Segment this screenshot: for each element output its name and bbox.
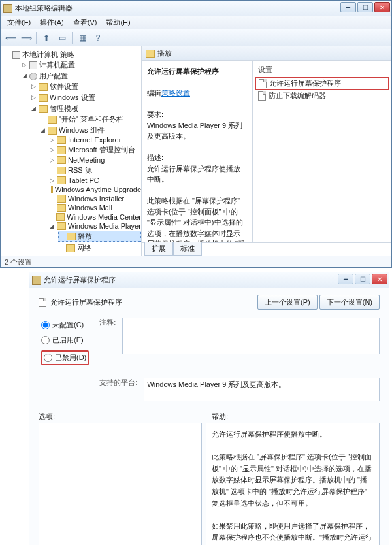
menu-help[interactable]: 帮助(H) [102,16,134,29]
window-title: 本地组策略编辑器 [15,3,73,13]
tree-playback[interactable]: 播放 [58,231,141,242]
tree-pane[interactable]: 本地计算机 策略 ▷计算机配置 ◢用户配置 ▷软件设置 ▷Windows 设置 … [1,46,142,256]
user-icon [29,73,37,80]
next-setting-button[interactable]: 下一个设置(N) [319,295,380,310]
minimize-button[interactable]: ━ [340,2,356,12]
tree-ie[interactable]: ▷Internet Explorer [49,136,141,144]
folder-icon [48,116,57,124]
detail-description: 允许运行屏幕保护程序 编辑策略设置 要求: Windows Media Play… [142,61,253,242]
computer-icon [29,61,37,69]
tab-standard[interactable]: 标准 [173,242,202,256]
platform-label: 支持的平台: [99,378,137,388]
computer-icon [12,51,20,59]
folder-icon [57,136,66,144]
policy-title: 允许运行屏幕保护程序 [147,67,219,75]
close-button[interactable]: ✕ [374,2,390,12]
policy-icon [258,91,266,101]
radio-disabled[interactable]: 已禁用(D) [44,353,86,363]
tree-user-config[interactable]: ◢用户配置 [22,71,141,81]
tree-media-player[interactable]: ◢Windows Media Player [49,222,141,230]
options-label: 选项: [39,412,55,421]
tree-tablet-pc[interactable]: ▷Tablet PC [49,176,141,184]
help-box[interactable]: 允许运行屏幕保护程序使播放中断。 此策略根据在 "屏幕保护程序" 选项卡(位于 … [206,423,380,545]
folder-icon [57,176,66,184]
folder-icon [57,204,66,212]
tree-rss[interactable]: RSS 源 [49,165,141,175]
menu-view[interactable]: 查看(V) [69,16,101,29]
tree-windows-mail[interactable]: Windows Mail [49,204,141,212]
detail-tabs: 扩展 标准 [142,242,391,256]
properties-icon[interactable]: ▭ [56,32,68,44]
right-pane: 播放 允许运行屏幕保护程序 编辑策略设置 要求: Windows Media P… [142,46,391,256]
policy-icon [39,298,46,307]
right-header-title: 播放 [157,48,172,58]
edit-policy-link[interactable]: 策略设置 [161,89,190,97]
tree-start-menu[interactable]: "开始" 菜单和任务栏 [40,114,141,124]
folder-icon [66,244,75,252]
comment-label: 注释: [99,318,116,354]
folder-icon [39,105,48,113]
tree-anytime-upgrade[interactable]: Windows Anytime Upgrade [49,186,141,193]
dialog-title: 允许运行屏幕保护程序 [44,275,116,285]
dialog-icon [32,276,41,285]
policy-dialog: 允许运行屏幕保护程序 ━ ☐ ✕ 允许运行屏幕保护程序 上一个设置(P) 下一个… [29,272,389,545]
tree-networking[interactable]: 网络 [58,243,141,253]
titlebar[interactable]: 本地组策略编辑器 ━ ☐ ✕ [1,1,391,16]
tree-root[interactable]: 本地计算机 策略 [12,50,141,59]
list-header[interactable]: 设置 [255,63,389,76]
folder-icon [57,146,66,154]
tree-media-center[interactable]: Windows Media Center [49,213,141,221]
menubar: 文件(F) 操作(A) 查看(V) 帮助(H) [1,16,391,29]
prev-setting-button[interactable]: 上一个设置(P) [257,295,318,310]
app-icon [3,4,12,13]
folder-icon [48,127,57,135]
comment-input[interactable] [122,318,380,354]
radio-enabled[interactable]: 已启用(E) [41,335,89,345]
list-item-codec[interactable]: 防止下载编解码器 [255,90,389,101]
tree-computer-config[interactable]: ▷计算机配置 [22,60,141,70]
folder-icon [57,222,66,230]
folder-icon [57,195,66,203]
policy-icon [259,79,267,88]
folder-icon [146,50,155,58]
tab-extended[interactable]: 扩展 [144,242,173,256]
status-bar: 2 个设置 [1,256,391,267]
folder-icon [39,83,48,91]
radio-not-configured[interactable]: 未配置(C) [41,320,89,330]
tree-windows-settings[interactable]: ▷Windows 设置 [31,93,141,103]
forward-icon[interactable]: ⟹ [20,32,32,44]
tree-mmc[interactable]: ▷Microsoft 管理控制台 [49,145,141,155]
tree-netmeeting[interactable]: ▷NetMeeting [49,156,141,164]
options-box [39,423,202,545]
dialog-minimize-button[interactable]: ━ [338,274,353,284]
folder-icon [56,213,65,221]
folder-icon [57,156,66,164]
tree-windows-installer[interactable]: Windows Installer [49,195,141,203]
toolbar: ⟸ ⟹ ⬆ ▭ ▦ ? [1,29,391,46]
menu-file[interactable]: 文件(F) [3,16,35,29]
tree-software-settings[interactable]: ▷软件设置 [31,82,141,91]
help-label: 帮助: [212,412,228,421]
help-icon[interactable]: ? [92,32,104,44]
state-radios: 未配置(C) 已启用(E) 已禁用(D) [39,318,91,368]
separator [72,32,73,44]
list-item-screensaver[interactable]: 允许运行屏幕保护程序 [255,77,389,90]
folder-icon [39,94,48,102]
back-icon[interactable]: ⟸ [5,32,16,44]
refresh-icon[interactable]: ▦ [76,32,88,44]
dialog-titlebar[interactable]: 允许运行屏幕保护程序 ━ ☐ ✕ [29,272,389,288]
dialog-maximize-button[interactable]: ☐ [355,274,370,284]
up-icon[interactable]: ⬆ [41,32,52,44]
tree-windows-components[interactable]: ◢Windows 组件 [40,125,141,135]
platform-box: Windows Media Player 9 系列及更高版本。 [144,378,380,401]
folder-icon [67,233,76,240]
menu-action[interactable]: 操作(A) [36,16,68,29]
right-header: 播放 [142,46,391,61]
dialog-close-button[interactable]: ✕ [372,274,387,284]
gpedit-window: 本地组策略编辑器 ━ ☐ ✕ 文件(F) 操作(A) 查看(V) 帮助(H) ⟸… [0,0,392,268]
separator [36,32,37,44]
dialog-heading: 允许运行屏幕保护程序 [50,297,122,307]
folder-icon [51,186,53,193]
maximize-button[interactable]: ☐ [357,2,373,12]
tree-admin-templates[interactable]: ◢管理模板 [31,104,141,114]
